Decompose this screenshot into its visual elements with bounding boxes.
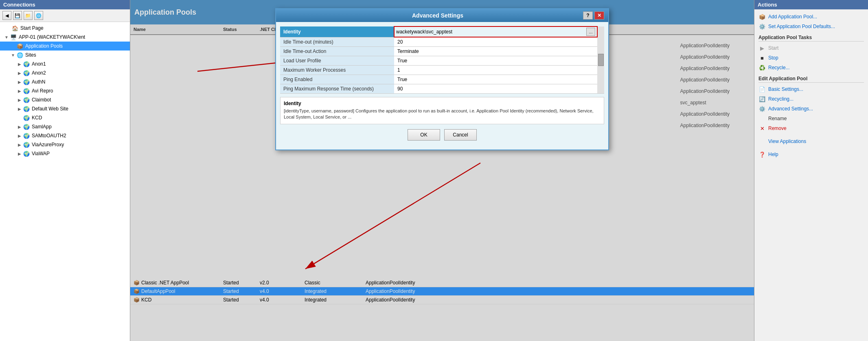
action-remove[interactable]: ✕ Remove <box>758 123 864 133</box>
action-recycling[interactable]: 🔄 Recycling... <box>758 94 864 104</box>
expand-icon: ▶ <box>16 62 23 66</box>
tree-item-samtoauth2[interactable]: ▶ 🌍 SAMtoOAUTH2 <box>0 131 130 140</box>
globe-icon: 🌍 <box>23 96 30 103</box>
identity-browse-btn[interactable]: … <box>586 28 595 36</box>
defaults-icon: ⚙️ <box>758 23 766 30</box>
settings-row-idle-action: Idle Time-out Action Terminate <box>280 47 604 56</box>
action-stop[interactable]: ■ Stop <box>758 53 864 63</box>
tree-item-samlapp[interactable]: ▶ 🌍 SamlApp <box>0 122 130 131</box>
toolbar-back-btn[interactable]: ◀ <box>2 11 11 20</box>
dialog-overlay: Advanced Settings ? ✕ Identity <box>130 0 754 341</box>
home-icon: 🏠 <box>11 24 19 32</box>
expand-icon: ▼ <box>3 35 10 40</box>
dialog-footer: OK Cancel <box>280 124 604 145</box>
settings-row-ping: Ping Enabled True <box>280 75 604 84</box>
tree-item-kcd[interactable]: 🌍 KCD <box>0 113 130 122</box>
globe-icon: 🌍 <box>23 141 30 148</box>
tree-item-viaazureproxy[interactable]: ▶ 🌍 ViaAzureProxy <box>0 140 130 149</box>
advanced-settings-dialog: Advanced Settings ? ✕ Identity <box>275 8 609 150</box>
globe-icon: 🌍 <box>23 60 30 68</box>
toolbar: ◀ 💾 📁 🌐 <box>0 9 130 22</box>
tree-item-server[interactable]: ▼ 🖥️ APP-01 (WACKETYWACK\ent <box>0 33 130 42</box>
globe-icon: 🌍 <box>23 105 30 112</box>
tree-item-start-page[interactable]: 🏠 Start Page <box>0 24 130 33</box>
setting-name-identity: Identity <box>280 26 394 37</box>
setting-value-identity[interactable]: wacketywack\svc_apptest … <box>394 26 597 37</box>
advanced-icon: ⚙️ <box>758 105 766 112</box>
dialog-close-btn[interactable]: ✕ <box>594 11 604 20</box>
sites-icon: 🌐 <box>16 51 24 59</box>
section-title-tasks: Application Pool Tasks <box>758 35 864 42</box>
action-rename[interactable]: Rename <box>758 114 864 123</box>
toolbar-globe-btn[interactable]: 🌐 <box>34 11 43 20</box>
settings-table: Identity wacketywack\svc_apptest … <box>280 26 604 94</box>
recycling-icon: 🔄 <box>758 95 766 103</box>
settings-row-idle-timeout: Idle Time-out (minutes) 20 <box>280 37 604 47</box>
dialog-titlebar: Advanced Settings ? ✕ <box>276 9 608 22</box>
tree-item-claimbot[interactable]: ▶ 🌍 Claimbot <box>0 95 130 104</box>
basic-settings-icon: 📄 <box>758 86 766 93</box>
globe-icon: 🌍 <box>23 87 30 95</box>
dialog-cancel-btn[interactable]: Cancel <box>444 129 477 141</box>
center-panel: Application Pools Name Status .NET CLR V… <box>130 0 754 341</box>
dialog-controls: ? ✕ <box>583 11 604 20</box>
expand-icon: ▼ <box>10 53 16 57</box>
action-help[interactable]: ❓ Help <box>758 150 864 159</box>
settings-row-ping-timeout: Ping Maximum Response Time (seconds) 90 <box>280 84 604 94</box>
action-start: ▶ Start <box>758 43 864 53</box>
globe-icon: 🌍 <box>23 78 30 86</box>
actions-section-main: 📦 Add Application Pool... ⚙️ Set Applica… <box>754 9 868 162</box>
connections-header: Connections <box>0 0 130 9</box>
rename-icon <box>758 115 766 122</box>
tree-label: Application Pools <box>25 43 63 49</box>
tree-label: APP-01 (WACKETYWACK\ent <box>19 34 85 40</box>
globe-icon: 🌍 <box>23 123 30 130</box>
tree-item-viawap[interactable]: ▶ 🌍 ViaWAP <box>0 149 130 158</box>
tree-item-sites[interactable]: ▼ 🌐 Sites <box>0 51 130 59</box>
dialog-help-btn[interactable]: ? <box>583 11 593 20</box>
globe-icon: 🌍 <box>23 150 30 157</box>
settings-row-identity: Identity wacketywack\svc_apptest … <box>280 26 604 37</box>
action-view-applications[interactable]: View Applications <box>758 136 864 146</box>
section-title-edit: Edit Application Pool <box>758 76 864 83</box>
dialog-ok-btn[interactable]: OK <box>408 129 440 141</box>
remove-icon: ✕ <box>758 125 766 132</box>
description-box: Identity [identityType, username, passwo… <box>280 97 604 124</box>
globe-icon: 🌍 <box>23 114 30 121</box>
connection-tree: 🏠 Start Page ▼ 🖥️ APP-01 (WACKETYWACK\en… <box>0 22 130 341</box>
dialog-body: Identity wacketywack\svc_apptest … <box>276 22 608 150</box>
toolbar-save-btn[interactable]: 💾 <box>13 11 22 20</box>
settings-row-load-profile: Load User Profile True <box>280 56 604 66</box>
tree-label: Sites <box>25 52 36 58</box>
toolbar-folder-btn[interactable]: 📁 <box>24 11 33 20</box>
action-advanced-settings[interactable]: ⚙️ Advanced Settings... <box>758 104 864 114</box>
tree-item-anon2[interactable]: ▶ 🌍 Anon2 <box>0 68 130 77</box>
view-apps-icon <box>758 138 766 145</box>
description-title: Identity <box>284 101 601 106</box>
tree-item-anon1[interactable]: ▶ 🌍 Anon1 <box>0 59 130 68</box>
actions-header: Actions <box>754 0 868 9</box>
dialog-title: Advanced Settings <box>292 12 583 19</box>
action-basic-settings[interactable]: 📄 Basic Settings... <box>758 84 864 94</box>
tree-item-app-pools[interactable]: 📦 Application Pools <box>0 42 130 51</box>
recycle-icon: ♻️ <box>758 64 766 71</box>
server-icon: 🖥️ <box>10 33 17 41</box>
action-add-pool[interactable]: 📦 Add Application Pool... <box>758 12 864 22</box>
settings-row-max-worker: Maximum Worker Processes 1 <box>280 66 604 75</box>
play-icon: ▶ <box>758 44 766 52</box>
globe-icon: 🌍 <box>23 69 30 77</box>
action-set-defaults[interactable]: ⚙️ Set Application Pool Defaults... <box>758 22 864 31</box>
action-recycle[interactable]: ♻️ Recycle... <box>758 63 864 73</box>
tree-item-authn[interactable]: ▶ 🌍 AuthN <box>0 77 130 86</box>
stop-icon: ■ <box>758 54 766 62</box>
globe-icon: 🌍 <box>23 132 30 139</box>
left-panel: Connections ◀ 💾 📁 🌐 🏠 Start Page ▼ 🖥️ AP… <box>0 0 130 341</box>
description-text: [identityType, username, password] Confi… <box>284 108 601 121</box>
add-icon: 📦 <box>758 13 766 20</box>
pools-icon: 📦 <box>16 42 24 50</box>
tree-item-default-web[interactable]: ▶ 🌍 Default Web Site <box>0 104 130 113</box>
help-icon: ❓ <box>758 151 766 158</box>
right-panel: Actions 📦 Add Application Pool... ⚙️ Set… <box>754 0 868 341</box>
tree-label: Start Page <box>20 25 44 31</box>
tree-item-avi-repro[interactable]: ▶ 🌍 Avi Repro <box>0 86 130 95</box>
